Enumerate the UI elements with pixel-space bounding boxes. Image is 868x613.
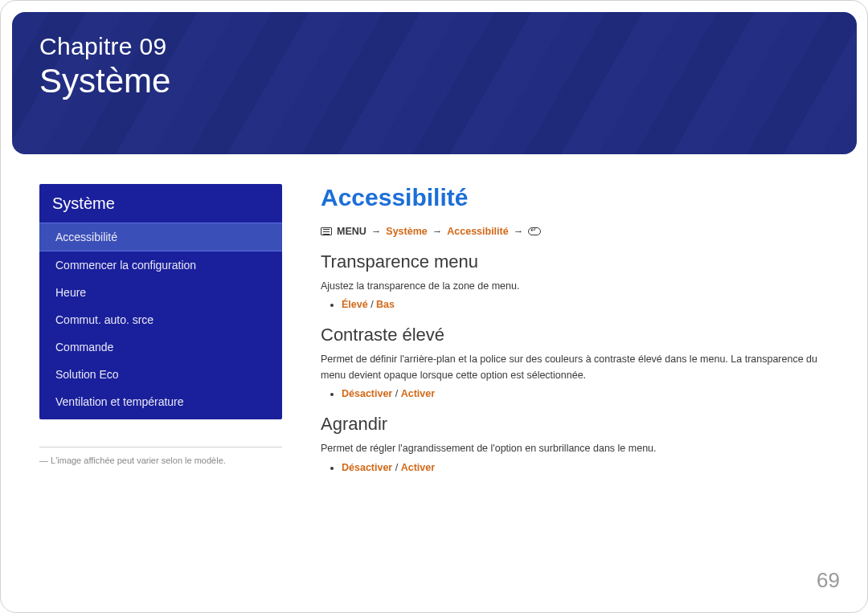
section-options: Élevé / Bas — [321, 299, 829, 310]
sidebar-item-label: Accessibilité — [55, 231, 117, 243]
section-options: Désactiver / Activer — [321, 388, 829, 399]
option-value: Désactiver — [342, 462, 392, 473]
section-body: Permet de définir l'arrière-plan et la p… — [321, 352, 829, 383]
section-heading-agrandir: Agrandir — [321, 414, 829, 435]
option-item: Désactiver / Activer — [342, 462, 829, 473]
page-number: 69 — [817, 568, 840, 593]
sidebar-item-label: Heure — [55, 286, 86, 299]
sidebar-footnote: ― L'image affichée peut varier selon le … — [39, 447, 282, 465]
chapter-banner: Chapitre 09 Système — [12, 12, 857, 154]
section-body: Ajustez la transparence de la zone de me… — [321, 279, 829, 294]
sidebar-item-solution-eco[interactable]: Solution Eco — [39, 361, 282, 388]
option-item: Élevé / Bas — [342, 299, 829, 310]
sidebar-item-accessibilite[interactable]: Accessibilité — [39, 223, 282, 251]
sidebar-item-label: Commencer la configuration — [55, 259, 196, 272]
sidebar-item-commande[interactable]: Commande — [39, 333, 282, 361]
sidebar-item-commut-auto-srce[interactable]: Commut. auto. srce — [39, 306, 282, 333]
sidebar-menu: Système Accessibilité Commencer la confi… — [39, 184, 282, 419]
sidebar-item-commencer-configuration[interactable]: Commencer la configuration — [39, 251, 282, 279]
section-body: Permet de régler l'agrandissement de l'o… — [321, 441, 829, 456]
option-sep: / — [368, 299, 376, 310]
breadcrumb-accessibilite: Accessibilité — [447, 226, 508, 237]
sidebar-item-heure[interactable]: Heure — [39, 279, 282, 306]
option-value: Bas — [376, 299, 395, 310]
content-area: Système Accessibilité Commencer la confi… — [12, 170, 857, 587]
section-heading-contraste-eleve: Contraste élevé — [321, 325, 829, 345]
sidebar-item-label: Ventilation et température — [55, 395, 184, 408]
option-value: Activer — [401, 388, 435, 399]
option-sep: / — [392, 462, 400, 473]
section-heading-transparence-menu: Transparence menu — [321, 251, 829, 272]
breadcrumb-systeme: Système — [386, 226, 427, 237]
page-title: Accessibilité — [321, 184, 829, 211]
option-value: Élevé — [342, 299, 368, 310]
breadcrumb-menu-label: MENU — [337, 226, 366, 237]
sidebar-item-label: Commande — [55, 341, 113, 353]
enter-icon — [528, 227, 541, 235]
arrow-icon: → — [371, 226, 382, 237]
sidebar-menu-header: Système — [39, 184, 282, 223]
sidebar-item-ventilation-temperature[interactable]: Ventilation et température — [39, 388, 282, 419]
option-sep: / — [392, 388, 400, 399]
option-item: Désactiver / Activer — [342, 388, 829, 399]
chapter-number: Chapitre 09 — [39, 33, 829, 60]
menu-icon — [321, 227, 332, 235]
breadcrumb: MENU → Système → Accessibilité → — [321, 226, 829, 237]
arrow-icon: → — [514, 226, 524, 237]
document-page: Chapitre 09 Système Système Accessibilit… — [0, 0, 868, 613]
option-value: Activer — [401, 462, 435, 473]
sidebar-item-label: Commut. auto. srce — [55, 313, 154, 326]
option-value: Désactiver — [342, 388, 392, 399]
chapter-title: Système — [39, 62, 829, 100]
main-column: Accessibilité MENU → Système → Accessibi… — [309, 170, 857, 587]
sidebar-item-label: Solution Eco — [55, 368, 119, 381]
section-options: Désactiver / Activer — [321, 462, 829, 473]
arrow-icon: → — [432, 226, 443, 237]
sidebar: Système Accessibilité Commencer la confi… — [12, 170, 309, 587]
